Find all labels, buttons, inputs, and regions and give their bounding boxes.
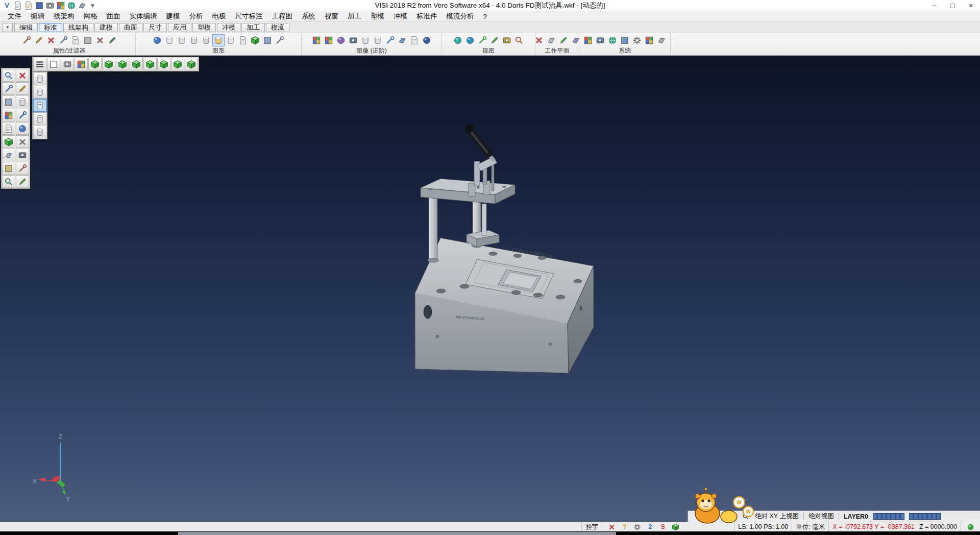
- attr-painter-icon[interactable]: [33, 35, 44, 46]
- model-3d[interactable]: 4.0 Doris FD测试治具 WD-0714-05-21-00: [415, 125, 594, 373]
- close-button[interactable]: ×: [962, 0, 980, 11]
- measure-icon[interactable]: [477, 35, 488, 46]
- menu-item-2[interactable]: 线架构: [49, 11, 79, 22]
- colors-icon[interactable]: [582, 35, 594, 46]
- tab-2[interactable]: 线架构: [63, 23, 93, 32]
- menu-item-14[interactable]: 塑模: [366, 11, 389, 22]
- status-info-icon[interactable]: 2: [644, 523, 656, 531]
- camera-icon[interactable]: [16, 149, 29, 161]
- tab-3[interactable]: 建模: [94, 23, 118, 32]
- view-top-icon[interactable]: [102, 58, 115, 70]
- windows-taskbar-peek[interactable]: [0, 531, 980, 535]
- menu-item-0[interactable]: 文件: [3, 11, 26, 22]
- workplane-origin-icon[interactable]: [533, 35, 545, 46]
- annotate-icon[interactable]: [489, 35, 500, 46]
- search-icon[interactable]: [2, 175, 15, 188]
- hidden-line-icon[interactable]: [176, 35, 187, 46]
- display-image-icon[interactable]: [61, 58, 74, 70]
- display-palette-icon[interactable]: [75, 58, 88, 70]
- sphere-icon[interactable]: [16, 122, 29, 135]
- light-icon[interactable]: [384, 35, 396, 46]
- menu-item-8[interactable]: 电极: [208, 11, 231, 22]
- view-left-icon[interactable]: [143, 58, 157, 70]
- box-icon[interactable]: [2, 95, 15, 108]
- status-3d-icon[interactable]: [670, 523, 681, 531]
- menu-item-3[interactable]: 网格: [79, 11, 102, 22]
- zoom-view-icon[interactable]: [464, 35, 476, 46]
- display-settings-icon[interactable]: [595, 35, 606, 46]
- menu-item-1[interactable]: 编辑: [26, 11, 49, 22]
- draw-icon[interactable]: [16, 175, 29, 188]
- visibility-icon[interactable]: [501, 35, 512, 46]
- save-icon[interactable]: [34, 1, 44, 10]
- print-icon[interactable]: [45, 1, 55, 10]
- solid-display-4-icon[interactable]: [33, 112, 46, 125]
- move-icon[interactable]: [16, 109, 29, 121]
- workplane-icon[interactable]: [546, 35, 557, 46]
- doc-view-icon[interactable]: [237, 35, 249, 46]
- tab-1[interactable]: 标准: [39, 23, 62, 32]
- tab-0[interactable]: 编辑: [14, 23, 38, 32]
- grid-settings-icon[interactable]: [644, 35, 655, 46]
- tablet-icon[interactable]: [656, 35, 667, 46]
- menu-item-12[interactable]: 视窗: [320, 11, 343, 22]
- roll-1-icon[interactable]: [360, 35, 371, 46]
- tab-dropdown-icon[interactable]: ▼: [3, 23, 13, 32]
- background-icon[interactable]: [421, 35, 432, 46]
- material-icon[interactable]: [335, 35, 347, 46]
- delete-icon[interactable]: [16, 69, 29, 82]
- taskbar-app-segment[interactable]: [178, 532, 616, 535]
- menu-item-4[interactable]: 曲面: [102, 11, 125, 22]
- minimize-button[interactable]: −: [925, 0, 943, 11]
- swatch-icon[interactable]: [2, 162, 15, 175]
- wireframe-icon[interactable]: [164, 35, 175, 46]
- workspace-icon[interactable]: [56, 1, 65, 10]
- view-bottom-icon[interactable]: [171, 58, 184, 70]
- erase-icon[interactable]: [16, 135, 29, 148]
- menu-item-7[interactable]: 分析: [185, 11, 208, 22]
- tab-5[interactable]: 尺寸: [143, 23, 167, 32]
- maximize-button[interactable]: □: [943, 0, 962, 11]
- open-file-icon[interactable]: [23, 1, 33, 10]
- new-document-icon[interactable]: [13, 1, 22, 10]
- menu-item-9[interactable]: 尺寸标注: [231, 11, 267, 22]
- display-blank-icon[interactable]: [47, 58, 60, 70]
- workplane-edit-icon[interactable]: [558, 35, 569, 46]
- solid-display-5-icon[interactable]: [33, 126, 46, 138]
- tab-10[interactable]: 模流: [266, 23, 289, 32]
- menu-item-11[interactable]: 系统: [297, 11, 320, 22]
- tab-9[interactable]: 加工: [241, 23, 265, 32]
- roll-2-icon[interactable]: [372, 35, 383, 46]
- zoom-window-icon[interactable]: [2, 69, 15, 82]
- locate-icon[interactable]: [513, 35, 525, 46]
- menu-item-6[interactable]: 建模: [162, 11, 185, 22]
- transparent-icon[interactable]: [225, 35, 236, 46]
- group-icon[interactable]: [82, 35, 93, 46]
- plane-icon[interactable]: [2, 149, 15, 161]
- view-back-icon[interactable]: [157, 58, 170, 70]
- status-snap-icon[interactable]: S: [657, 523, 669, 531]
- tab-6[interactable]: 应用: [168, 23, 191, 32]
- active-layer-label[interactable]: LAYER0: [844, 513, 868, 520]
- texture-2-icon[interactable]: [323, 35, 334, 46]
- view-front-icon[interactable]: [116, 58, 129, 70]
- cube-view-icon[interactable]: [2, 135, 15, 148]
- qat-dropdown-icon[interactable]: ▾: [88, 1, 97, 10]
- ungroup-icon[interactable]: [94, 35, 106, 46]
- layers-icon[interactable]: [77, 1, 87, 10]
- solid-display-1-icon[interactable]: [33, 72, 46, 85]
- wrench-icon[interactable]: [16, 162, 29, 175]
- online-icon[interactable]: [66, 1, 76, 10]
- palette-icon[interactable]: [2, 109, 15, 121]
- clean-icon[interactable]: [107, 35, 118, 46]
- app-logo-icon[interactable]: V: [2, 1, 12, 10]
- box-select-icon[interactable]: [262, 35, 273, 46]
- status-flag-icon[interactable]: [606, 523, 618, 531]
- scene-canvas[interactable]: 4.0 Doris FD测试治具 WD-0714-05-21-00: [0, 56, 980, 522]
- shaded-view-icon[interactable]: [452, 35, 463, 46]
- shade-edges-icon[interactable]: [201, 35, 212, 46]
- settings-gear-icon[interactable]: [631, 35, 643, 46]
- selection-filter-icon[interactable]: [58, 35, 69, 46]
- layer-color-bar-1[interactable]: [873, 513, 904, 520]
- solid-display-2-icon[interactable]: [33, 86, 46, 99]
